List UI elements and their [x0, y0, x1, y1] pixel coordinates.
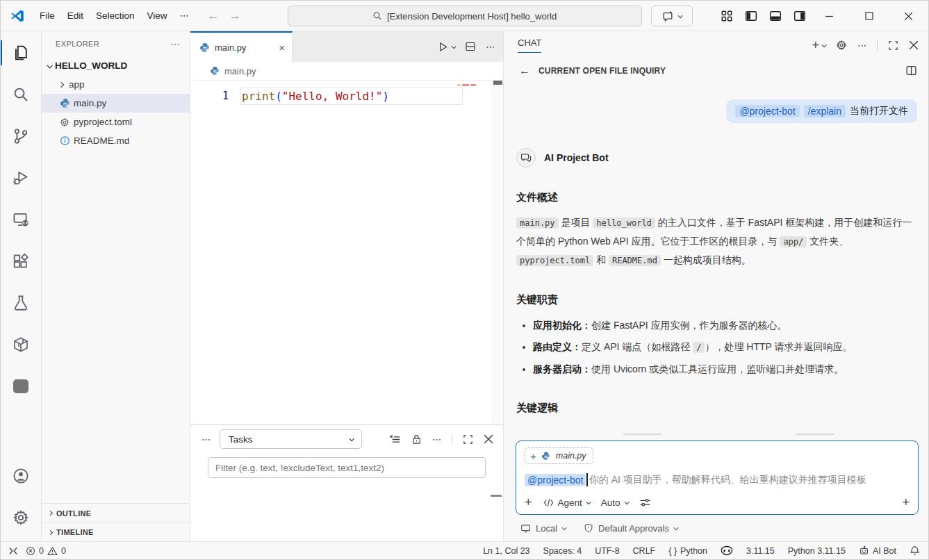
chevron-down-icon — [452, 44, 457, 49]
partial-content-dash — [623, 434, 661, 435]
menu-edit[interactable]: Edit — [61, 8, 90, 24]
activitybar-testing[interactable] — [1, 285, 42, 321]
tree-item-pyproject[interactable]: pyproject.toml — [42, 113, 190, 131]
clear-output-icon[interactable] — [389, 434, 401, 445]
panel-actions-more-icon[interactable]: ⋯ — [432, 434, 441, 445]
menu-more-icon[interactable]: ⋯ — [174, 8, 195, 24]
close-window-button[interactable] — [889, 1, 928, 31]
tools-sliders-icon[interactable] — [639, 497, 651, 509]
chat-bullet-list: 应用初始化：创建 FastAPI 应用实例，作为服务器的核心。路由定义：定义 A… — [533, 316, 917, 378]
chat-more-icon[interactable]: ⋯ — [857, 40, 866, 51]
explorer-more-icon[interactable]: ⋯ — [171, 38, 181, 49]
new-chat-button[interactable]: + — [812, 39, 825, 51]
scrollbar-thumb[interactable] — [493, 81, 502, 85]
timeline-section[interactable]: TIMELINE — [42, 522, 190, 541]
copilot-icon[interactable] — [721, 545, 733, 556]
maximize-chat-icon[interactable] — [888, 40, 898, 51]
package-cube-icon — [13, 336, 29, 353]
inline-code: app/ — [780, 236, 807, 247]
run-python-button[interactable] — [437, 41, 455, 53]
activitybar-accounts[interactable] — [1, 458, 42, 494]
activitybar-containers[interactable] — [1, 327, 42, 363]
timeline-label: TIMELINE — [56, 528, 94, 536]
back-icon[interactable]: ← — [519, 65, 530, 77]
tree-root-hello-world[interactable]: HELLO_WORLD — [42, 56, 190, 75]
activitybar-remote-explorer[interactable] — [1, 201, 42, 238]
activitybar-settings[interactable] — [1, 500, 42, 536]
bold-text: 应用初始化： — [533, 320, 591, 331]
output-filter-input[interactable] — [208, 457, 486, 478]
nav-forward-icon[interactable]: → — [229, 9, 241, 23]
chevron-down-icon — [624, 500, 629, 504]
activitybar-extensions[interactable] — [1, 243, 42, 279]
close-chat-icon[interactable] — [909, 40, 919, 50]
attach-plus-icon[interactable]: + — [525, 496, 532, 509]
command-center-search[interactable]: [Extension Development Host] hello_world — [288, 6, 642, 26]
toggle-primary-sidebar-icon[interactable] — [745, 10, 757, 22]
copilot-menu-button[interactable] — [651, 6, 693, 26]
menu-view[interactable]: View — [141, 8, 174, 24]
chevron-down-icon — [822, 42, 827, 47]
agent-hint-text: 你的 AI 项目助手，帮助解释代码、给出重构建议并推荐项目模板 — [589, 474, 866, 486]
language-mode[interactable]: { }Python — [668, 546, 707, 556]
chat-settings-gear-icon[interactable] — [836, 40, 847, 51]
tree-item-main-py[interactable]: main.py — [42, 94, 190, 113]
activitybar-custom-extension[interactable] — [1, 368, 42, 404]
python-interpreter[interactable]: Python 3.11.15 — [788, 546, 846, 556]
customize-layout-icon[interactable] — [721, 10, 733, 22]
mention-chip[interactable]: @project-bot — [735, 105, 799, 117]
code-editor[interactable]: 1 print("Hello, World!") — [190, 81, 503, 425]
attached-file-name: main.py — [556, 451, 586, 461]
files-icon — [13, 44, 29, 61]
open-editors-layout-icon[interactable] — [905, 65, 917, 76]
tree-item-readme[interactable]: README.md — [42, 131, 190, 150]
lock-icon[interactable] — [411, 434, 422, 445]
nav-back-icon[interactable]: ← — [208, 9, 220, 23]
ai-bot-status[interactable]: AI Bot — [859, 545, 896, 556]
tab-close-icon[interactable]: × — [279, 42, 285, 53]
split-editor-icon[interactable] — [465, 41, 476, 52]
eol-sequence[interactable]: CRLF — [633, 546, 656, 556]
maximize-button[interactable] — [849, 1, 889, 31]
panel-more-icon[interactable]: ⋯ — [202, 434, 211, 445]
output-channel-select[interactable]: Tasks — [220, 429, 362, 449]
cursor-position[interactable]: Ln 1, Col 23 — [483, 546, 529, 556]
editor-more-icon[interactable]: ⋯ — [486, 42, 495, 52]
outline-section[interactable]: OUTLINE — [42, 504, 190, 522]
notifications-bell-icon[interactable] — [910, 545, 920, 556]
toml-gear-icon — [59, 117, 70, 128]
chat-input-box[interactable]: + main.py @project-bot 你的 AI 项目助手，帮助解释代码… — [516, 440, 919, 515]
menu-selection[interactable]: Selection — [90, 8, 141, 24]
activitybar-search[interactable] — [1, 76, 42, 113]
tab-main-py[interactable]: main.py × — [190, 31, 293, 62]
send-area-plus-icon[interactable]: + — [902, 496, 910, 509]
env-version[interactable]: 3.11.15 — [746, 546, 775, 556]
breadcrumb[interactable]: main.py — [190, 62, 503, 81]
toggle-panel-icon[interactable] — [769, 10, 782, 22]
problems-status[interactable]: 0 0 — [26, 546, 66, 556]
chat-tab[interactable]: CHAT — [518, 38, 541, 53]
toggle-secondary-sidebar-icon[interactable] — [794, 10, 806, 22]
warning-icon — [47, 546, 58, 556]
environment-picker[interactable]: Local — [520, 523, 566, 534]
editor-scrollbar[interactable] — [493, 81, 503, 425]
mode-picker[interactable]: Agent — [543, 497, 590, 508]
command-chip[interactable]: /explain — [804, 105, 846, 117]
divider — [452, 434, 452, 445]
tree-item-app[interactable]: app — [42, 75, 190, 94]
encoding[interactable]: UTF-8 — [595, 546, 619, 556]
activitybar-run-debug[interactable] — [1, 160, 42, 196]
activitybar-explorer[interactable] — [1, 35, 42, 71]
panel-scrollbar[interactable] — [491, 495, 502, 497]
model-picker[interactable]: Auto — [601, 497, 628, 508]
remote-indicator-icon[interactable] — [8, 546, 19, 556]
close-panel-icon[interactable] — [484, 434, 493, 444]
attached-file-chip[interactable]: + main.py — [525, 447, 593, 464]
menu-file[interactable]: File — [33, 8, 61, 24]
chat-input-line[interactable]: @project-bot 你的 AI 项目助手，帮助解释代码、给出重构建议并推荐… — [525, 473, 910, 486]
maximize-panel-icon[interactable] — [463, 434, 473, 445]
indentation[interactable]: Spaces: 4 — [543, 546, 582, 556]
minimize-button[interactable] — [809, 1, 849, 31]
approvals-picker[interactable]: Default Approvals — [584, 523, 677, 534]
activitybar-source-control[interactable] — [1, 118, 42, 154]
